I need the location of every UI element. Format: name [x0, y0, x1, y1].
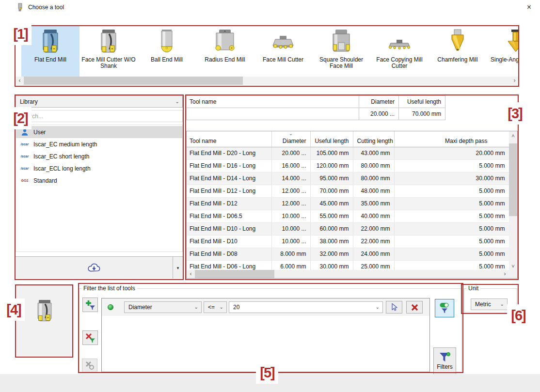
v-scroll-track[interactable]: [509, 140, 517, 262]
scroll-right-icon[interactable]: ›: [501, 270, 509, 278]
tool-type-single-angle-cutter[interactable]: Single-Angle Cutter: [487, 26, 519, 77]
chevron-down-icon: ⌄: [220, 304, 223, 310]
toggle-filter-icon: [439, 302, 450, 314]
tool-row[interactable]: Flat End Mill - D14 - Long14.000 ...95.0…: [187, 172, 509, 185]
col-tool-name[interactable]: Tool name: [187, 96, 359, 108]
library-footer: ▾: [16, 256, 183, 279]
go2-logo-icon: GO2: [20, 179, 30, 182]
face-mill-cutter-icon: [270, 29, 296, 55]
v-scroll-thumb[interactable]: [509, 143, 517, 216]
add-filter-icon: [85, 300, 95, 310]
tool-row[interactable]: Flat End Mill - D20 - Long20.000 ...105.…: [187, 147, 509, 159]
tool-type-face-mill-cutter[interactable]: Face Mill Cutter: [254, 26, 312, 77]
close-button[interactable]: ×: [518, 0, 540, 14]
filter-panel-legend: Filter the list of tools: [81, 285, 137, 292]
delete-filter-button[interactable]: [406, 301, 423, 314]
tool-row[interactable]: Flat End Mill - D06.510.000 ...55.000 mm…: [187, 210, 509, 222]
chamfering-mill-icon: [445, 29, 470, 55]
scroll-down-icon[interactable]: ˅: [509, 262, 517, 270]
tools-table-horizontal-scrollbar[interactable]: ‹ ›: [187, 270, 509, 278]
scroll-left-icon[interactable]: ‹: [187, 270, 195, 278]
tool-row[interactable]: Flat End Mill - D1212.000 ...45.000 mm35…: [187, 197, 509, 210]
scroll-left-icon[interactable]: ‹: [16, 77, 24, 85]
col-tool-name[interactable]: Tool name: [187, 131, 271, 147]
library-item-iscar-ec-medium[interactable]: iscar Iscar_EC medium length: [16, 138, 182, 150]
tool-type-items: Flat End Mill Face Mill Cutter W/O Shank: [16, 26, 519, 77]
col-diameter[interactable]: Diameter: [359, 96, 399, 108]
tool-type-scroll-thumb[interactable]: [24, 77, 243, 85]
pick-value-button[interactable]: [386, 301, 402, 314]
library-item-iscar-ec-short[interactable]: iscar Iscar_EC short length: [16, 150, 182, 162]
library-item-label: User: [33, 129, 46, 136]
library-dropdown[interactable]: Library ⌄: [16, 95, 183, 108]
unit-dropdown[interactable]: Metric ⌄: [471, 298, 508, 310]
tool-type-label: Flat End Mill: [21, 57, 79, 63]
tool-type-label: Face Copying Mill Cutter: [370, 57, 429, 69]
filter-field-dropdown[interactable]: Diameter ⌄: [124, 301, 202, 313]
window-title: Choose a tool: [28, 4, 64, 11]
col-useful-length[interactable]: Useful length: [310, 131, 353, 147]
library-dropdown-value: Library: [20, 98, 38, 105]
library-item-label: Standard: [33, 177, 57, 184]
tool-type-radius-end-mill[interactable]: Radius End Mill: [196, 26, 254, 77]
tool-row[interactable]: Flat End Mill - D16 - Long16.000 ...120.…: [187, 159, 509, 172]
col-maxi-depth-pass[interactable]: Maxi depth pass: [394, 131, 509, 147]
tool-row[interactable]: Flat End Mill - D10 - Long10.000 ...60.0…: [187, 222, 509, 235]
tool-type-square-shoulder-face-mill[interactable]: Square Shoulder Face Mill: [312, 26, 370, 77]
library-item-user[interactable]: User: [16, 126, 182, 138]
library-item-standard[interactable]: GO2 Standard: [16, 174, 182, 187]
filters-button[interactable]: Filters: [433, 347, 456, 375]
toggle-filter-button[interactable]: [435, 299, 454, 317]
tool-type-scroll-track[interactable]: [24, 77, 510, 85]
col-useful-length[interactable]: Useful length: [399, 96, 445, 108]
unit-panel: Unit Metric ⌄: [464, 285, 517, 313]
filter-value: 20: [233, 304, 239, 311]
library-footer-menu-button[interactable]: ▾: [173, 257, 183, 279]
h-scroll-track[interactable]: [195, 270, 501, 278]
sort-descending-icon: ⌄: [289, 131, 293, 136]
iscar-logo-icon: iscar: [20, 142, 30, 146]
single-angle-cutter-icon: [503, 29, 519, 55]
filter-criteria-row[interactable]: 20.000 ... 70.000 mm: [187, 108, 445, 120]
iscar-logo-icon: iscar: [20, 167, 30, 170]
filters-icon: [439, 352, 451, 363]
tool-type-scrollbar[interactable]: ‹ ›: [16, 77, 519, 85]
criteria-tool-name[interactable]: [187, 108, 359, 120]
criteria-useful-length[interactable]: 70.000 mm: [399, 108, 445, 120]
tools-table-container: Tool name ⌄ Diameter Useful length Cutti…: [186, 131, 518, 279]
add-filter-button[interactable]: [82, 298, 98, 312]
filter-operator-dropdown[interactable]: <= ⌄: [204, 301, 227, 313]
filter-enabled-dot-icon[interactable]: [108, 304, 113, 310]
unit-panel-legend: Unit: [466, 285, 480, 292]
library-item-iscar-ecl-long[interactable]: iscar Iscar_ECL long length: [16, 162, 182, 174]
tool-row[interactable]: Flat End Mill - D06 - Long6.000 mm30.000…: [187, 260, 509, 270]
h-scroll-thumb[interactable]: [195, 270, 274, 278]
tools-panel: Tool name Diameter Useful length 20.000 …: [186, 95, 519, 279]
criteria-diameter[interactable]: 20.000 ...: [359, 108, 399, 120]
tool-type-face-mill-cutter-wo-shank[interactable]: Face Mill Cutter W/O Shank: [79, 26, 138, 77]
tool-type-chamfering-mill[interactable]: Chamfering Mill: [429, 26, 487, 77]
tool-type-face-copying-mill-cutter[interactable]: Face Copying Mill Cutter: [370, 26, 429, 77]
filter-panel: Filter the list of tools Diameter ⌄: [79, 285, 462, 372]
tool-type-ball-end-mill[interactable]: Ball End Mill: [138, 26, 196, 77]
tool-row[interactable]: Flat End Mill - D088.000 mm32.000 mm24.0…: [187, 248, 509, 260]
filter-row: Diameter ⌄ <= ⌄ 20 ⌄: [102, 298, 429, 316]
download-library-button[interactable]: [16, 257, 173, 279]
scroll-up-icon[interactable]: ˄: [509, 131, 517, 140]
col-cutting-length[interactable]: Cutting length: [353, 131, 394, 147]
scroll-right-icon[interactable]: ›: [510, 77, 519, 85]
filter-value-combobox[interactable]: 20 ⌄: [229, 301, 383, 313]
menu-arrow-icon: ▾: [177, 266, 179, 270]
tools-table-vertical-scrollbar[interactable]: ˄ ˅: [509, 131, 517, 270]
face-copying-mill-cutter-icon: [387, 29, 412, 55]
library-panel: Library ⌄ User iscar Iscar_EC medium len…: [16, 95, 183, 279]
remove-filter-button[interactable]: [82, 330, 98, 345]
tool-row[interactable]: Flat End Mill - D12 - Long12.000 ...70.0…: [187, 185, 509, 197]
search-input[interactable]: [16, 110, 183, 122]
chevron-down-icon: ⌄: [500, 301, 504, 307]
tool-type-flat-end-mill[interactable]: Flat End Mill: [21, 26, 79, 77]
disabled-clear-icon: [85, 361, 95, 370]
scrollbar-corner: [509, 270, 517, 278]
col-diameter[interactable]: ⌄ Diameter: [271, 131, 310, 147]
tool-row[interactable]: Flat End Mill - D1010.000 ...38.000 mm22…: [187, 235, 509, 248]
